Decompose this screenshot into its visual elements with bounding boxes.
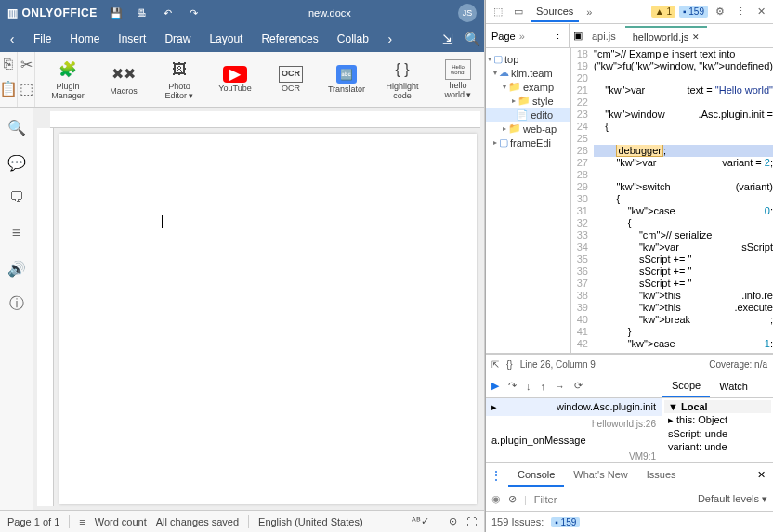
menu-prev-icon[interactable]: ‹ — [0, 26, 24, 52]
language-selector[interactable]: English (United States) — [258, 516, 363, 527]
code-line[interactable]: 37 sScript += " — [571, 278, 773, 290]
close-devtools-icon[interactable]: ✕ — [753, 4, 769, 19]
code-line[interactable]: 21 "kw">var text = "Hello world" — [571, 84, 773, 97]
undo-icon[interactable]: ↶ — [161, 6, 176, 20]
tracking-icon[interactable]: ⊙ — [449, 515, 457, 527]
code-line[interactable]: 31 "kw">case 0: — [571, 205, 773, 217]
code-line[interactable]: 34 "kw">var sScript — [571, 241, 773, 253]
code-line[interactable]: 36 sScript += " — [571, 266, 773, 278]
save-icon[interactable]: 💾 — [109, 6, 124, 20]
code-line[interactable]: 29 "kw">switch (variant) — [571, 181, 773, 193]
step-into-icon[interactable]: ↓ — [526, 381, 531, 392]
plugin-braces[interactable]: { }Highlight code — [375, 56, 429, 104]
code-line[interactable]: 38 "kw">this.info.re — [571, 290, 773, 302]
tree-node[interactable]: ▸📁 style — [486, 94, 570, 108]
settings-icon[interactable]: ⚙ — [712, 4, 728, 19]
file-tab-helloworld.js[interactable]: helloworld.js✕ — [625, 26, 708, 46]
fit-icon[interactable]: ⛶ — [466, 516, 477, 527]
scope-row[interactable]: ▼ Local — [664, 400, 771, 413]
horizontal-ruler[interactable] — [50, 111, 480, 128]
tab-scope[interactable]: Scope — [662, 375, 710, 397]
paste-icon[interactable]: 📋 — [0, 80, 17, 97]
plugin-macros[interactable]: ✖✖Macros — [97, 56, 151, 104]
vertical-ruler[interactable] — [37, 128, 54, 506]
log-levels-selector[interactable]: Default levels ▾ — [698, 493, 767, 505]
tree-node[interactable]: ▸▢ frameEdi — [486, 136, 570, 149]
plugin-photo[interactable]: 🖼Photo Editor ▾ — [152, 56, 206, 104]
file-nav-icon[interactable]: ▣ — [573, 30, 583, 42]
feedback-icon[interactable]: 🔊 — [8, 260, 25, 277]
tree-node[interactable]: ▾📁 examp — [486, 80, 570, 94]
menu-references[interactable]: References — [252, 26, 327, 52]
file-tree[interactable]: ▾▢ top▾☁ kim.team▾📁 examp▸📁 style 📄 edit… — [486, 48, 571, 353]
more-tabs-icon[interactable]: » — [583, 5, 596, 19]
callstack-frame[interactable]: ▸ window.Asc.plugin.init — [486, 398, 662, 416]
scope-row[interactable]: ▸ this: Object — [664, 413, 771, 427]
menu-draw[interactable]: Draw — [155, 26, 200, 52]
issues-label[interactable]: 159 Issues: — [491, 516, 544, 527]
drawer-tab-console[interactable]: Console — [508, 464, 564, 487]
inspect-icon[interactable]: ⬚ — [490, 4, 506, 19]
wordcount-icon[interactable]: ≡ — [79, 516, 85, 527]
drawer-tab-issues[interactable]: Issues — [637, 464, 686, 487]
step-icon[interactable]: → — [555, 381, 565, 392]
clear-console-icon[interactable]: ⊘ — [508, 493, 517, 505]
callstack-frame[interactable]: a.plugin_onMessage — [486, 432, 662, 448]
warnings-badge[interactable]: ▲ 1 — [651, 6, 675, 18]
menu-layout[interactable]: Layout — [200, 26, 252, 52]
code-line[interactable]: 25 — [571, 133, 773, 145]
chat-icon[interactable]: 🗨 — [8, 189, 25, 206]
code-line[interactable]: 27 "kw">var variant = 2; — [571, 157, 773, 169]
tree-node[interactable]: ▸📁 web-ap — [486, 122, 570, 136]
menu-collab[interactable]: Collab — [328, 26, 378, 52]
tab-watch[interactable]: Watch — [710, 376, 757, 396]
tab-sources[interactable]: Sources — [531, 2, 579, 22]
plugin-puzzle[interactable]: 🧩Plugin Manager — [41, 56, 95, 104]
more-icon[interactable]: » — [519, 31, 525, 42]
code-line[interactable]: 30 { — [571, 193, 773, 205]
code-line[interactable]: 40 "kw">break; — [571, 314, 773, 326]
find-icon[interactable]: 🔍 — [8, 119, 25, 136]
scope-row[interactable]: variant: unde — [664, 440, 771, 453]
document-page[interactable] — [59, 134, 477, 504]
plugin-hello[interactable]: Hello world!hello world ▾ — [431, 56, 485, 104]
redo-icon[interactable]: ↷ — [187, 6, 202, 20]
code-line[interactable]: 23 "kw">window.Asc.plugin.init = — [571, 109, 773, 121]
tree-menu-icon[interactable]: ⋮ — [553, 30, 563, 42]
resume-icon[interactable]: ▶ — [491, 380, 499, 392]
drawer-tab-whatsnew[interactable]: What's New — [564, 464, 636, 487]
call-stack[interactable]: ▸ window.Asc.plugin.inithelloworld.js:26… — [486, 398, 662, 462]
cut-icon[interactable]: ✂ — [18, 56, 34, 72]
pretty-print-icon[interactable]: {} — [506, 359, 513, 370]
tree-node[interactable]: 📄 edito — [486, 108, 570, 122]
copy-icon[interactable]: ⎘ — [0, 56, 17, 72]
code-line[interactable]: 24 { — [571, 121, 773, 133]
issues-count-badge[interactable]: ▪ 159 — [551, 517, 580, 527]
user-avatar[interactable]: JS — [458, 4, 477, 22]
step-out-icon[interactable]: ↑ — [541, 381, 546, 392]
tree-node[interactable]: ▾☁ kim.team — [486, 66, 570, 80]
scope-panel[interactable]: ▼ Local ▸ this: Object sScript: unde var… — [662, 398, 773, 462]
spellcheck-icon[interactable]: ᴬᴮ✓ — [412, 515, 429, 527]
menu-home[interactable]: Home — [60, 26, 109, 52]
wordcount-label[interactable]: Word count — [95, 516, 147, 527]
code-line[interactable]: 41 } — [571, 326, 773, 338]
code-line[interactable]: 32 { — [571, 217, 773, 229]
page-tree-tab[interactable]: Page — [491, 31, 516, 42]
open-location-icon[interactable]: ⇲ — [436, 26, 460, 52]
code-line[interactable]: 35 sScript += " — [571, 253, 773, 266]
about-icon[interactable]: ⓘ — [8, 295, 25, 312]
file-tab-api.js[interactable]: api.js — [584, 27, 623, 45]
menu-next-icon[interactable]: › — [378, 26, 402, 52]
deactivate-bp-icon[interactable]: ⟳ — [574, 380, 583, 392]
menu-insert[interactable]: Insert — [109, 26, 155, 52]
plugin-ocr[interactable]: OCROCR — [264, 56, 318, 104]
print-icon[interactable]: 🖶 — [135, 6, 150, 20]
close-drawer-icon[interactable]: ✕ — [753, 465, 769, 485]
code-line[interactable]: 26 debugger; — [571, 145, 773, 157]
console-filter-input[interactable] — [534, 494, 690, 505]
step-over-icon[interactable]: ↷ — [508, 380, 517, 392]
code-line[interactable]: 33 "cm">// serialize — [571, 229, 773, 241]
code-line[interactable]: 18"cm">// Example insert text into — [571, 48, 773, 60]
info-badge[interactable]: ▪ 159 — [679, 6, 708, 18]
